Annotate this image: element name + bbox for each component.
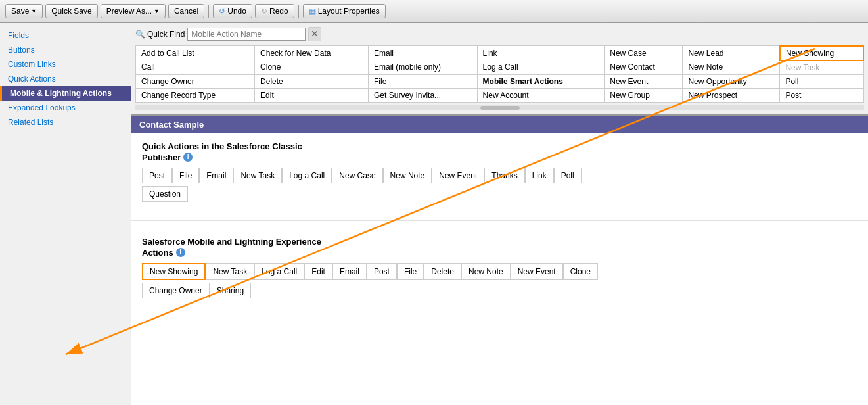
layout-properties-button[interactable]: ▦ Layout Properties bbox=[303, 4, 386, 18]
action-btn-new-event[interactable]: New Event bbox=[432, 168, 484, 183]
action-cell[interactable]: New Prospect bbox=[683, 88, 780, 102]
sidebar-item-quick-actions[interactable]: Quick Actions bbox=[0, 72, 131, 86]
action-cell[interactable]: Poll bbox=[780, 74, 863, 88]
action-cell[interactable]: Edit bbox=[255, 88, 369, 102]
sidebar-item-custom-links[interactable]: Custom Links bbox=[0, 57, 131, 72]
action-cell-new-showing-top[interactable]: New Showing bbox=[780, 46, 863, 60]
action-cell[interactable]: Call bbox=[136, 60, 255, 75]
actions-grid: Add to Call List Check for New Data Emai… bbox=[135, 45, 864, 110]
undo-icon: ↺ bbox=[219, 7, 225, 16]
save-dropdown-arrow[interactable]: ▼ bbox=[31, 8, 37, 14]
cancel-button[interactable]: Cancel bbox=[168, 4, 204, 18]
scroll-handle[interactable] bbox=[480, 106, 520, 110]
action-btn-log-call-2[interactable]: Log a Call bbox=[254, 263, 304, 280]
quick-find-label: 🔍 Quick Find bbox=[135, 30, 185, 39]
section2-buttons-row2: Change Owner Sharing bbox=[142, 283, 857, 298]
section2-subtitle: Actions i bbox=[142, 248, 857, 258]
action-cell[interactable]: Delete bbox=[255, 74, 369, 88]
section2-content: Salesforce Mobile and Lightning Experien… bbox=[131, 229, 868, 309]
table-row: Change Record Type Edit Get Survey Invit… bbox=[136, 88, 864, 102]
info-icon-2: i bbox=[176, 248, 185, 257]
action-btn-new-note-2[interactable]: New Note bbox=[461, 263, 511, 280]
quick-find-input[interactable] bbox=[187, 28, 306, 41]
action-cell[interactable]: Log a Call bbox=[477, 60, 605, 75]
action-btn-new-task-2[interactable]: New Task bbox=[206, 263, 254, 280]
action-btn-new-note[interactable]: New Note bbox=[383, 168, 432, 183]
horizontal-scrollbar[interactable] bbox=[135, 105, 864, 110]
redo-button[interactable]: ↻ Redo bbox=[255, 4, 294, 18]
action-btn-new-task[interactable]: New Task bbox=[233, 168, 282, 183]
action-cell[interactable]: Clone bbox=[255, 60, 369, 75]
table-row: Add to Call List Check for New Data Emai… bbox=[136, 46, 864, 60]
toolbar-separator2 bbox=[298, 5, 299, 18]
action-btn-new-case[interactable]: New Case bbox=[332, 168, 382, 183]
section1-buttons-row1: Post File Email New Task Log a Call New … bbox=[142, 168, 857, 183]
sidebar-item-fields[interactable]: Fields bbox=[0, 28, 131, 43]
action-cell[interactable]: New Account bbox=[477, 88, 605, 102]
action-cell[interactable]: New Case bbox=[605, 46, 683, 60]
action-cell[interactable]: New Task bbox=[780, 60, 863, 75]
top-panel: 🔍 Quick Find ✕ Add to Call List Check fo… bbox=[131, 23, 868, 116]
undo-button[interactable]: ↺ Undo bbox=[213, 4, 252, 18]
action-btn-new-showing[interactable]: New Showing bbox=[142, 263, 206, 280]
toolbar-separator bbox=[208, 5, 209, 18]
action-btn-question[interactable]: Question bbox=[142, 186, 188, 202]
action-cell[interactable]: Email bbox=[369, 46, 478, 60]
action-btn-post[interactable]: Post bbox=[142, 168, 172, 183]
action-btn-clone[interactable]: Clone bbox=[563, 263, 598, 280]
layout-icon: ▦ bbox=[309, 7, 316, 16]
action-cell[interactable]: New Opportunity bbox=[683, 74, 780, 88]
action-btn-poll[interactable]: Poll bbox=[554, 168, 582, 183]
table-row: Change Owner Delete File Mobile Smart Ac… bbox=[136, 74, 864, 88]
action-cell-mobile-smart[interactable]: Mobile Smart Actions bbox=[477, 74, 605, 88]
action-cell[interactable]: Check for New Data bbox=[255, 46, 369, 60]
section-divider bbox=[131, 220, 868, 221]
action-cell[interactable]: Change Owner bbox=[136, 74, 255, 88]
toolbar: Save ▼ Quick Save Preview As... ▼ Cancel… bbox=[0, 0, 868, 23]
contact-sample-header: Contact Sample bbox=[131, 116, 868, 133]
action-cell[interactable]: File bbox=[369, 74, 478, 88]
sidebar-item-expanded-lookups[interactable]: Expanded Lookups bbox=[0, 101, 131, 115]
action-btn-delete[interactable]: Delete bbox=[424, 263, 461, 280]
sidebar-item-buttons[interactable]: Buttons bbox=[0, 43, 131, 57]
action-cell[interactable]: New Note bbox=[683, 60, 780, 75]
section2-title: Salesforce Mobile and Lightning Experien… bbox=[142, 237, 857, 247]
action-btn-log-call[interactable]: Log a Call bbox=[282, 168, 332, 183]
action-cell[interactable]: Change Record Type bbox=[136, 88, 255, 102]
sidebar-item-related-lists[interactable]: Related Lists bbox=[0, 115, 131, 130]
action-btn-file-2[interactable]: File bbox=[397, 263, 424, 280]
action-btn-email-2[interactable]: Email bbox=[332, 263, 367, 280]
info-icon-1: i bbox=[183, 153, 193, 162]
action-btn-edit[interactable]: Edit bbox=[304, 263, 332, 280]
section1-buttons-row2: Question bbox=[142, 186, 857, 202]
bottom-panel: Contact Sample Quick Actions in the Sale… bbox=[131, 116, 868, 405]
action-cell[interactable]: Get Survey Invita... bbox=[369, 88, 478, 102]
action-cell[interactable]: New Contact bbox=[605, 60, 683, 75]
action-cell[interactable]: Post bbox=[780, 88, 863, 102]
action-btn-new-event-2[interactable]: New Event bbox=[511, 263, 563, 280]
action-btn-link[interactable]: Link bbox=[525, 168, 554, 183]
action-btn-post-2[interactable]: Post bbox=[367, 263, 397, 280]
action-btn-change-owner[interactable]: Change Owner bbox=[142, 283, 210, 298]
action-cell[interactable]: Email (mobile only) bbox=[369, 60, 478, 75]
clear-search-button[interactable]: ✕ bbox=[308, 27, 321, 41]
preview-button[interactable]: Preview As... ▼ bbox=[101, 4, 166, 18]
quick-find-bar: 🔍 Quick Find ✕ bbox=[135, 27, 864, 41]
action-btn-thanks[interactable]: Thanks bbox=[484, 168, 524, 183]
action-cell[interactable]: Link bbox=[477, 46, 605, 60]
content: 🔍 Quick Find ✕ Add to Call List Check fo… bbox=[131, 23, 868, 405]
save-button[interactable]: Save ▼ bbox=[5, 4, 43, 18]
action-cell[interactable]: New Lead bbox=[683, 46, 780, 60]
action-btn-file[interactable]: File bbox=[172, 168, 199, 183]
quick-save-button[interactable]: Quick Save bbox=[45, 4, 97, 18]
action-btn-sharing[interactable]: Sharing bbox=[210, 283, 251, 298]
action-cell[interactable]: Add to Call List bbox=[136, 46, 255, 60]
redo-icon: ↻ bbox=[261, 7, 267, 16]
table-row: Call Clone Email (mobile only) Log a Cal… bbox=[136, 60, 864, 75]
action-btn-email[interactable]: Email bbox=[199, 168, 233, 183]
action-cell[interactable]: New Event bbox=[605, 74, 683, 88]
preview-dropdown-arrow[interactable]: ▼ bbox=[154, 8, 160, 14]
search-icon: 🔍 bbox=[135, 30, 145, 39]
action-cell[interactable]: New Group bbox=[605, 88, 683, 102]
sidebar-item-mobile-lightning[interactable]: Mobile & Lightning Actions bbox=[0, 86, 131, 101]
